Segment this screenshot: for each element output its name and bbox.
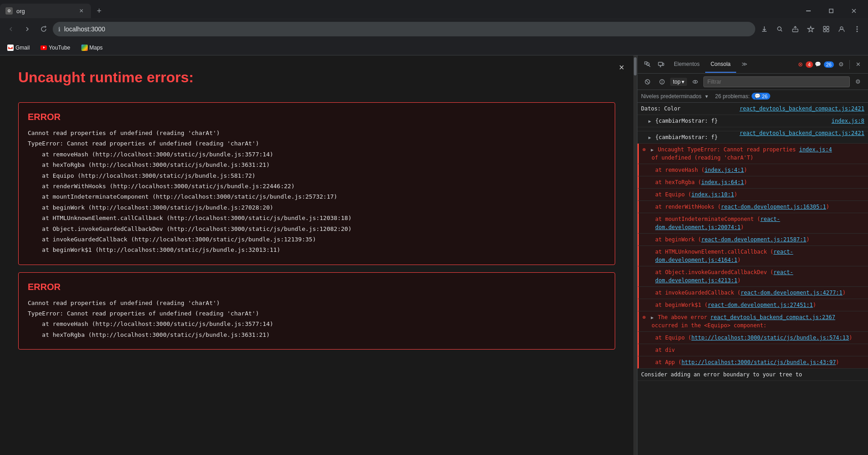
console-entry-5: at removeHash (index.js:4:1) [637,164,868,176]
svg-point-11 [857,26,858,28]
error-message-1: Cannot read properties of undefined (rea… [28,128,606,255]
console-settings-button[interactable]: ⚙ [852,75,864,88]
browser-tab[interactable]: ⚙ org ✕ [0,4,91,18]
scroll-divider [633,55,637,455]
file-link-6[interactable]: index.js:64:1 [701,179,744,185]
bookmark-youtube[interactable]: YouTube [37,43,74,53]
inspect-element-button[interactable] [641,58,654,71]
address-bar[interactable]: ℹ localhost:3000 [53,22,755,36]
eye-button[interactable] [689,75,702,88]
file-link-0[interactable]: react_devtools_backend_compact.js:2421 [739,105,864,113]
chevron-down-icon: ▾ [682,79,684,85]
devtools-close-button[interactable]: ✕ [852,58,864,71]
console-entry-7: at Equipo (index.js:10:1) [637,189,868,201]
file-link-15[interactable]: react_devtools_backend_compact.js:2367 [710,314,835,320]
tab-more[interactable]: ≫ [736,56,753,73]
file-link-11[interactable]: react-dom.development.js:4164:1 [655,249,793,263]
file-link-2[interactable]: react_devtools_backend_compact.js:2421 [739,129,864,137]
youtube-label: YouTube [49,45,70,51]
file-link-7[interactable]: index.js:10:1 [691,191,734,198]
bookmark-star-button[interactable] [803,22,818,36]
file-link-12[interactable]: react-dom.development.js:4213:1 [655,269,793,284]
preserve-log-button[interactable] [656,75,668,88]
maximize-button[interactable] [821,4,842,18]
error-label-1: ERROR [28,112,606,122]
menu-button[interactable] [850,22,864,36]
console-entry-13: at invokeGuardedCallback (react-dom.deve… [637,287,868,299]
profile-button[interactable] [834,22,849,36]
file-link-18[interactable]: http://localhost:3000/static/js/bundle.j… [682,359,836,365]
zoom-button[interactable] [773,22,787,36]
console-entry-16: at Equipo (http://localhost:3000/static/… [637,332,868,344]
top-label: top [673,79,681,85]
console-entry-19: Consider adding an error boundary to you… [637,369,868,381]
bookmark-gmail[interactable]: Gmail [4,43,33,53]
minimize-button[interactable] [798,4,819,18]
file-link-8[interactable]: react-dom.development.js:16305:1 [721,204,826,210]
svg-rect-0 [806,10,811,11]
levels-bar: Niveles predeterminados ▾ 26 problemas: … [637,90,868,103]
console-entry-12: at Object.invokeGuardedCallbackDev (reac… [637,266,868,287]
console-entry-6: at hexToRgba (index.js:64:1) [637,176,868,189]
bookmark-maps[interactable]: Maps [78,43,106,53]
tab-elementos[interactable]: Elementos [668,56,705,73]
maps-icon [81,45,88,51]
file-link-10[interactable]: react-dom.development.js:21587:1 [701,236,806,243]
levels-label: Niveles predeterminados [641,93,702,100]
console-entry-0: Datos: Color react_devtools_backend_comp… [637,103,868,115]
share-button[interactable] [788,22,803,36]
console-filter-input[interactable] [703,76,850,87]
back-button[interactable] [4,22,18,36]
file-link-4[interactable]: index.js:4 [799,146,832,153]
console-entry-14: at beginWork$1 (react-dom.development.js… [637,299,868,311]
chevron-levels-icon: ▾ [705,93,708,100]
error-message-2: Cannot read properties of undefined (rea… [28,298,606,340]
devtools-tab-badges: ⊗ 4 💬 26 [798,61,834,68]
svg-point-26 [662,82,662,83]
file-link-13[interactable]: react-dom.development.js:4277:1 [741,290,843,296]
device-toggle-button[interactable] [655,58,667,71]
scroll-thumb[interactable] [634,57,637,75]
forward-button[interactable] [20,22,35,36]
message-icon: 💬 [754,93,761,99]
tab-consola[interactable]: Consola [705,56,736,73]
youtube-icon [40,45,47,50]
warning-count: 26 [824,61,834,68]
extension-button[interactable] [819,22,833,36]
gmail-label: Gmail [15,45,30,51]
file-link-1[interactable]: index.js:8 [832,117,864,125]
console-entry-11: at HTMLUnknownElement.callCallback (reac… [637,246,868,266]
tab-close-button[interactable]: ✕ [77,7,85,15]
close-button[interactable] [843,4,864,18]
console-entry-17: at div [637,344,868,356]
clear-console-button[interactable] [641,75,654,88]
devtools-toolbar: Elementos Consola ≫ ⊗ 4 💬 26 [637,55,868,74]
main-area: × Uncaught runtime errors: ERROR Cannot … [0,55,868,455]
file-link-5[interactable]: index.js:4:1 [704,167,744,173]
console-entry-10: at beginWork (react-dom.development.js:2… [637,234,868,246]
svg-rect-8 [823,30,826,32]
overlay-close-button[interactable]: × [615,61,628,74]
console-entry-9: at mountIndeterminateComponent (react-do… [637,213,868,234]
context-selector[interactable]: top ▾ [670,78,687,86]
file-link-9[interactable]: react-dom.development.js:20074:1 [655,216,780,230]
file-link-16[interactable]: http://localhost:3000/static/js/bundle.j… [691,335,849,341]
devtools-settings-button[interactable]: ⚙ [835,58,848,71]
error-block-2: ERROR Cannot read properties of undefine… [18,272,615,350]
svg-rect-6 [823,26,826,29]
file-link-14[interactable]: react-dom.development.js:27451:1 [708,302,813,308]
reload-button[interactable] [36,22,51,36]
warning-count-badge: 💬 26 [815,61,834,68]
svg-rect-18 [658,62,662,65]
svg-rect-9 [827,30,829,32]
svg-line-5 [781,30,782,31]
tab-bar: ⚙ org ✕ + [0,0,868,18]
console-entry-18: at App (http://localhost:3000/static/js/… [637,356,868,369]
problems-count: 26 [762,94,768,99]
download-button[interactable] [757,22,772,36]
tab-favicon: ⚙ [5,7,13,15]
svg-rect-7 [827,26,829,29]
nav-actions [757,22,864,36]
gmail-icon [7,45,14,51]
new-tab-button[interactable]: + [93,5,105,17]
